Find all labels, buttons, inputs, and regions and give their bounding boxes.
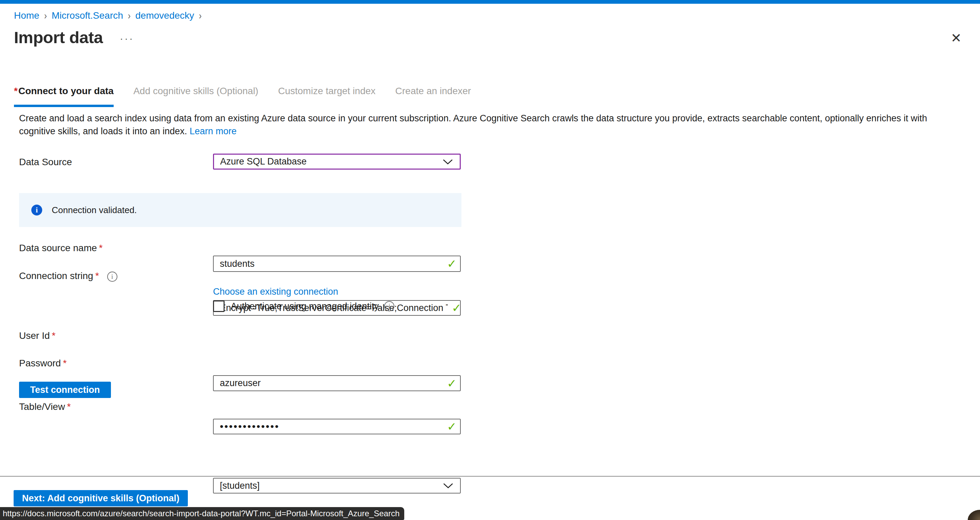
browser-status-bar: https://docs.microsoft.com/azure/search/… xyxy=(0,507,404,520)
required-marker: * xyxy=(63,358,67,368)
test-connection-button[interactable]: Test connection xyxy=(19,382,111,398)
info-icon[interactable]: i xyxy=(384,301,395,311)
valid-check-icon: ✓ xyxy=(447,257,457,271)
choose-existing-connection-link[interactable]: Choose an existing connection xyxy=(213,287,338,297)
desktop-corner xyxy=(968,510,980,520)
tab-add-cognitive-skills[interactable]: Add cognitive skills (Optional) xyxy=(134,86,258,107)
close-icon[interactable]: ✕ xyxy=(948,30,964,46)
data-source-name-label: Data source name* xyxy=(19,243,103,254)
page-title: Import data xyxy=(14,28,103,47)
footer-divider xyxy=(0,476,980,477)
required-marker: * xyxy=(95,271,99,281)
chevron-down-icon xyxy=(443,159,453,165)
connection-string-label: Connection string* i xyxy=(19,271,118,282)
connection-validated-banner: i Connection validated. xyxy=(19,193,461,227)
chevron-down-icon xyxy=(443,483,453,488)
user-id-label: User Id* xyxy=(19,330,56,341)
wizard-tabs: *Connect to your data Add cognitive skil… xyxy=(14,86,491,107)
managed-identity-label: Authenticate using managed identity xyxy=(231,301,379,312)
valid-check-icon: ✓ xyxy=(447,377,457,390)
breadcrumb: Home › Microsoft.Search › demovedecky › xyxy=(14,10,202,21)
required-marker: * xyxy=(14,86,18,96)
user-id-input[interactable]: azureuser ✓ xyxy=(213,375,461,391)
info-icon[interactable]: i xyxy=(107,271,118,282)
tab-description: Create and load a search index using dat… xyxy=(19,112,962,138)
status-url: https://docs.microsoft.com/azure/search/… xyxy=(0,509,399,518)
learn-more-link[interactable]: Learn more xyxy=(189,126,237,136)
table-view-select[interactable]: [students] xyxy=(213,478,461,493)
next-add-cognitive-skills-button[interactable]: Next: Add cognitive skills (Optional) xyxy=(14,490,188,506)
info-icon: i xyxy=(31,205,42,216)
data-source-select[interactable]: Azure SQL Database xyxy=(213,154,461,170)
password-label: Password* xyxy=(19,358,67,369)
banner-text: Connection validated. xyxy=(52,205,137,216)
managed-identity-row: Authenticate using managed identity i xyxy=(213,300,395,312)
required-marker: * xyxy=(67,401,71,412)
valid-check-icon: ✓ xyxy=(447,420,457,433)
data-source-name-input[interactable]: students ✓ xyxy=(213,255,461,272)
breadcrumb-demovedecky-link[interactable]: demovedecky xyxy=(135,10,194,21)
chevron-right-icon: › xyxy=(44,10,47,22)
valid-check-icon: ✓ xyxy=(452,301,462,315)
chevron-right-icon: › xyxy=(128,10,130,22)
breadcrumb-home-link[interactable]: Home xyxy=(14,10,40,21)
password-input[interactable]: ••••••••••••• ✓ xyxy=(213,419,461,434)
table-view-label: Table/View* xyxy=(19,401,71,412)
data-source-label: Data Source xyxy=(19,157,72,168)
import-data-blade: Home › Microsoft.Search › demovedecky › … xyxy=(0,0,980,520)
chevron-right-icon: › xyxy=(199,10,202,22)
portal-top-bar xyxy=(0,0,980,4)
required-marker: * xyxy=(52,330,56,341)
tab-customize-target-index[interactable]: Customize target index xyxy=(278,86,375,107)
required-marker: * xyxy=(99,243,103,253)
breadcrumb-microsoft-search-link[interactable]: Microsoft.Search xyxy=(52,10,123,21)
choose-existing-connection: Choose an existing connection xyxy=(213,287,461,297)
tab-connect-to-your-data[interactable]: *Connect to your data xyxy=(14,86,114,107)
more-options-icon[interactable]: ··· xyxy=(120,33,134,44)
managed-identity-checkbox[interactable] xyxy=(213,300,224,312)
tab-create-an-indexer[interactable]: Create an indexer xyxy=(395,86,471,107)
